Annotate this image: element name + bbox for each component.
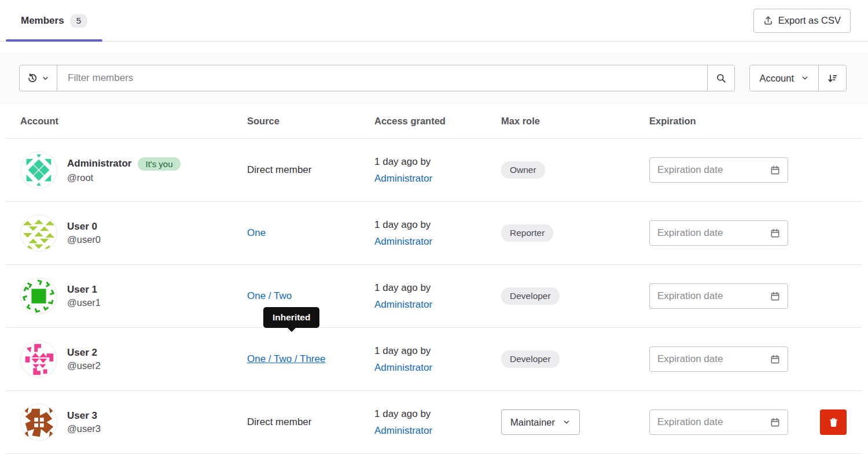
role-badge: Developer xyxy=(501,287,560,305)
access-granted-time: 1 day ago by xyxy=(374,153,501,170)
member-username: @user2 xyxy=(67,360,101,371)
table-row: User 1 @user1 One / Two 1 day ago by Adm… xyxy=(6,265,862,328)
max-role-cell: Maintainer xyxy=(501,409,649,435)
export-csv-button[interactable]: Export as CSV xyxy=(753,9,851,33)
actions-cell xyxy=(801,409,862,435)
export-icon xyxy=(763,16,773,25)
expiration-date-field[interactable] xyxy=(649,283,788,309)
access-granted-by-link[interactable]: Administrator xyxy=(374,236,432,247)
sort-by-label: Account xyxy=(759,73,794,84)
inherited-tooltip: Inherited xyxy=(263,307,319,328)
expiration-date-input[interactable] xyxy=(657,416,770,428)
export-csv-label: Export as CSV xyxy=(778,15,841,26)
access-granted-cell: 1 day ago by Administrator xyxy=(374,153,501,187)
expiration-date-field[interactable] xyxy=(649,157,788,183)
tabs-bar: Members 5 Export as CSV xyxy=(0,0,868,42)
source-link[interactable]: Direct member xyxy=(247,164,311,175)
role-badge: Owner xyxy=(501,161,545,179)
account-cell: User 1 @user1 xyxy=(6,278,247,315)
filter-box xyxy=(19,65,735,91)
expiration-cell xyxy=(649,283,801,309)
access-granted-time: 1 day ago by xyxy=(374,216,501,233)
member-avatar xyxy=(20,278,57,315)
member-username: @user1 xyxy=(67,297,101,308)
account-cell: Administrator It's you @root xyxy=(6,152,247,189)
expiration-date-input[interactable] xyxy=(657,164,770,176)
column-header-source: Source xyxy=(247,116,374,127)
max-role-cell: Developer xyxy=(501,287,649,305)
calendar-icon xyxy=(770,291,780,301)
column-header-account: Account xyxy=(6,116,247,127)
table-body: Administrator It's you @root Direct memb… xyxy=(6,139,862,454)
max-role-cell: Reporter xyxy=(501,224,649,242)
account-cell: User 2 @user2 xyxy=(6,341,247,378)
max-role-cell: Owner xyxy=(501,161,649,179)
expiration-cell xyxy=(649,157,801,183)
remove-member-button[interactable] xyxy=(820,409,847,435)
access-granted-by-link[interactable]: Administrator xyxy=(374,362,432,373)
access-granted-by-link[interactable]: Administrator xyxy=(374,425,432,436)
member-name-link[interactable]: User 2 xyxy=(67,347,97,359)
table-header-row: Account Source Access granted Max role E… xyxy=(6,104,862,139)
access-granted-cell: 1 day ago by Administrator xyxy=(374,216,501,250)
source-cell: Direct member xyxy=(247,416,374,428)
sort-direction-button[interactable] xyxy=(819,65,846,91)
role-dropdown[interactable]: Maintainer xyxy=(501,409,580,435)
chevron-down-icon xyxy=(562,418,571,426)
source-link[interactable]: One / Two xyxy=(247,290,292,301)
access-granted-by-link[interactable]: Administrator xyxy=(374,299,432,310)
table-row: Administrator It's you @root Direct memb… xyxy=(6,139,862,202)
filter-history-button[interactable] xyxy=(20,65,57,91)
account-cell: User 3 @user3 xyxy=(6,404,247,441)
expiration-cell xyxy=(649,220,801,246)
source-link[interactable]: One / Two / Three xyxy=(247,353,325,364)
sort-by-dropdown[interactable]: Account xyxy=(750,65,819,91)
member-name-link[interactable]: User 1 xyxy=(67,284,97,296)
expiration-date-input[interactable] xyxy=(657,227,770,239)
members-table: Account Source Access granted Max role E… xyxy=(6,104,862,454)
member-avatar xyxy=(20,152,57,189)
member-name-link[interactable]: Administrator xyxy=(67,158,131,169)
expiration-cell xyxy=(649,346,801,372)
member-username: @root xyxy=(67,172,181,183)
expiration-date-input[interactable] xyxy=(657,353,770,365)
expiration-date-field[interactable] xyxy=(649,220,788,246)
member-avatar xyxy=(20,404,57,441)
calendar-icon xyxy=(770,355,780,364)
source-cell: One xyxy=(247,227,374,239)
member-name-link[interactable]: User 3 xyxy=(67,410,97,422)
max-role-cell: Developer xyxy=(501,350,649,368)
search-button[interactable] xyxy=(707,65,734,91)
expiration-date-input[interactable] xyxy=(657,290,770,302)
access-granted-cell: 1 day ago by Administrator xyxy=(374,342,501,376)
source-cell: Inherited One / Two / Three xyxy=(247,353,374,365)
trash-icon xyxy=(829,418,838,427)
sort-descending-icon xyxy=(827,73,837,83)
member-name-link[interactable]: User 0 xyxy=(67,221,97,232)
calendar-icon xyxy=(770,228,780,238)
its-you-badge: It's you xyxy=(138,157,180,171)
table-row: User 3 @user3 Direct member 1 day ago by… xyxy=(6,391,862,454)
expiration-date-field[interactable] xyxy=(649,346,788,372)
source-cell: One / Two xyxy=(247,290,374,302)
source-cell: Direct member xyxy=(247,164,374,176)
access-granted-cell: 1 day ago by Administrator xyxy=(374,405,501,439)
source-link[interactable]: Direct member xyxy=(247,416,311,427)
history-icon xyxy=(27,73,38,83)
tab-members[interactable]: Members 5 xyxy=(6,0,102,41)
table-row: User 0 @user0 One 1 day ago by Administr… xyxy=(6,202,862,265)
source-link[interactable]: One xyxy=(247,227,266,238)
member-username: @user3 xyxy=(67,423,101,434)
access-granted-time: 1 day ago by xyxy=(374,279,501,296)
expiration-date-field[interactable] xyxy=(649,409,788,435)
access-granted-time: 1 day ago by xyxy=(374,342,501,359)
filter-members-input[interactable] xyxy=(57,65,707,91)
members-count-badge: 5 xyxy=(70,14,87,28)
search-icon xyxy=(716,73,726,83)
access-granted-cell: 1 day ago by Administrator xyxy=(374,279,501,313)
expiration-cell xyxy=(649,409,801,435)
sort-group: Account xyxy=(749,65,847,91)
member-username: @user0 xyxy=(67,234,101,245)
access-granted-by-link[interactable]: Administrator xyxy=(374,173,432,184)
table-row: User 2 @user2 Inherited One / Two / Thre… xyxy=(6,328,862,391)
